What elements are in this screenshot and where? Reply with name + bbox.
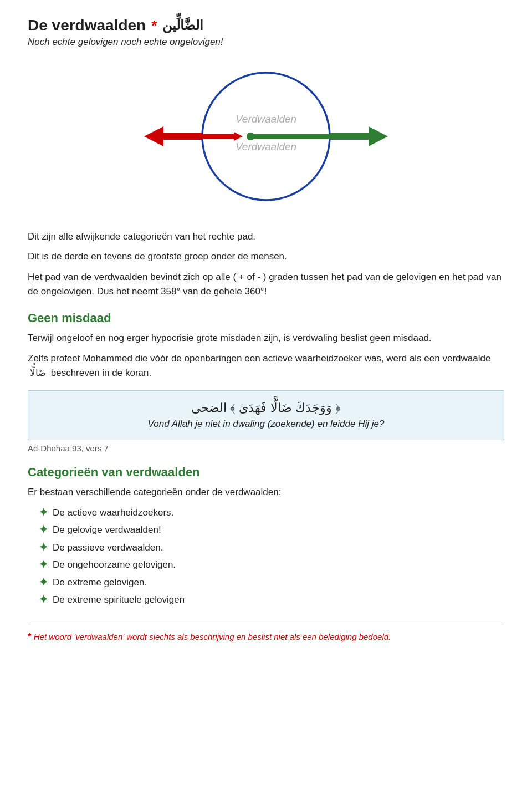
geen-misdaad-p2: Zelfs profeet Mohammed die vóór de openb… bbox=[28, 351, 504, 381]
list-icon-4: ✦ bbox=[39, 558, 48, 571]
quote-box: ﴿ وَوَجَدَكَ ضَالًّا فَهَدَىٰ ﴾ الضحى Vo… bbox=[28, 390, 504, 440]
quote-translation: Vond Allah je niet in dwaling (zoekende)… bbox=[45, 419, 487, 430]
title-asterisk: * bbox=[151, 17, 157, 34]
list-icon-5: ✦ bbox=[39, 575, 48, 589]
list-item-5-text: De extreme gelovigen. bbox=[53, 575, 147, 590]
geen-misdaad-arabic: ضَالًّا bbox=[30, 368, 46, 378]
list-item: ✦ De gelovige verdwaalden! bbox=[39, 523, 504, 537]
list-item-2-text: De gelovige verdwaalden! bbox=[53, 523, 161, 537]
list-item: ✦ De ongehoorzame gelovigen. bbox=[39, 558, 504, 572]
geen-misdaad-p2-before: Zelfs profeet Mohammed die vóór de openb… bbox=[28, 353, 490, 364]
list-item-3-text: De passieve verdwaalden. bbox=[53, 541, 163, 555]
categories-heading: Categorieën van verdwaalden bbox=[28, 465, 504, 480]
list-item: ✦ De passieve verdwaalden. bbox=[39, 541, 504, 555]
paragraph-2: Dit is de derde en tevens de grootste gr… bbox=[28, 249, 504, 264]
categories-intro: Er bestaan verschillende categorieën ond… bbox=[28, 485, 504, 500]
list-icon-6: ✦ bbox=[39, 593, 48, 606]
list-item-1-text: De actieve waarheidzoekers. bbox=[53, 506, 173, 520]
svg-text:Verdwaalden: Verdwaalden bbox=[236, 113, 296, 125]
svg-marker-4 bbox=[234, 132, 243, 141]
quote-reference: Ad-Dhohaa 93, vers 7 bbox=[28, 444, 504, 453]
svg-marker-2 bbox=[144, 126, 163, 146]
page-title: De verdwaalden * الضَّالِّين bbox=[28, 17, 504, 34]
paragraph-3: Het pad van de verdwaalden bevindt zich … bbox=[28, 270, 504, 299]
svg-text:Verdwaalden: Verdwaalden bbox=[236, 141, 296, 152]
footer-note: * Het woord 'verdwaalden' wordt slechts … bbox=[28, 624, 504, 644]
page-subtitle: Noch echte gelovigen noch echte ongelovi… bbox=[28, 37, 504, 48]
verdwaalden-diagram: Verdwaalden Verdwaalden bbox=[122, 59, 410, 214]
categories-list: ✦ De actieve waarheidzoekers. ✦ De gelov… bbox=[39, 506, 504, 607]
geen-misdaad-p2-after: beschreven in de koran. bbox=[51, 368, 151, 378]
list-item: ✦ De extreme gelovigen. bbox=[39, 575, 504, 590]
title-text: De verdwaalden bbox=[28, 17, 146, 34]
list-item-6-text: De extreme spirituele gelovigen bbox=[53, 593, 185, 607]
geen-misdaad-p1: Terwijl ongeloof en nog erger hypocrisie… bbox=[28, 331, 504, 345]
list-icon-3: ✦ bbox=[39, 541, 48, 554]
footer-text: Het woord 'verdwaalden' wordt slechts al… bbox=[34, 632, 391, 641]
paragraph-1: Dit zijn alle afwijkende categorieën van… bbox=[28, 230, 504, 244]
list-icon-1: ✦ bbox=[39, 506, 48, 519]
diagram-container: Verdwaalden Verdwaalden bbox=[28, 59, 504, 214]
title-arabic: الضَّالِّين bbox=[162, 18, 203, 33]
svg-marker-8 bbox=[369, 126, 388, 146]
list-item: ✦ De actieve waarheidzoekers. bbox=[39, 506, 504, 520]
list-item-4-text: De ongehoorzame gelovigen. bbox=[53, 558, 176, 572]
geen-misdaad-heading: Geen misdaad bbox=[28, 311, 504, 325]
quote-arabic: ﴿ وَوَجَدَكَ ضَالًّا فَهَدَىٰ ﴾ الضحى bbox=[45, 401, 487, 415]
list-item: ✦ De extreme spirituele gelovigen bbox=[39, 593, 504, 607]
list-icon-2: ✦ bbox=[39, 523, 48, 536]
footer-star: * bbox=[28, 631, 32, 642]
